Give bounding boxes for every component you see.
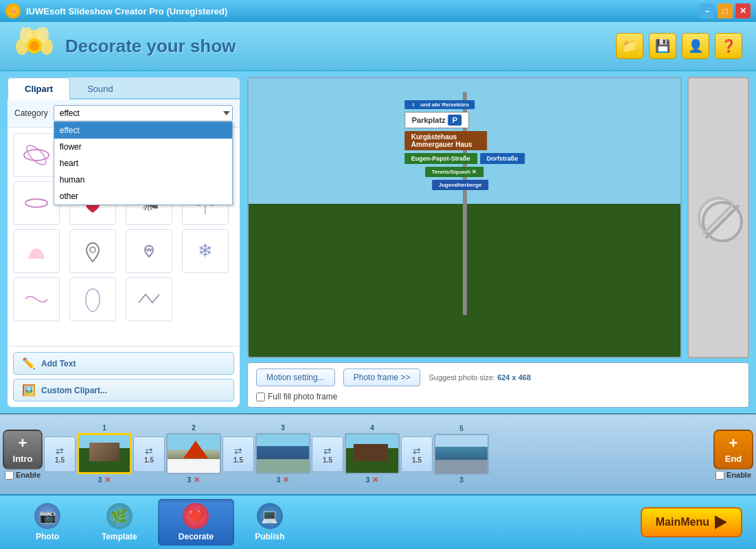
slide-group-3: 3 3 ✕ (255, 424, 310, 484)
clipart-item[interactable] (126, 277, 172, 321)
custom-clipart-button[interactable]: 🖼️ Custom Clipart... (13, 379, 234, 401)
category-dropdown[interactable]: effect flower heart human other (54, 105, 233, 121)
slide-thumb-3[interactable] (255, 433, 310, 474)
slide-group-2: 2 3 ✕ (166, 424, 221, 484)
dropdown-item-flower[interactable]: flower (54, 139, 232, 155)
end-block: + End Enable (713, 430, 753, 480)
preview-scene: i und abr Reisebüro Parkplatz P Kurgäste… (249, 78, 680, 357)
slide-number: 2 (192, 424, 196, 432)
add-text-button[interactable]: ✏️ Add Text (13, 352, 234, 375)
restore-button[interactable]: □ (718, 3, 733, 19)
controls-row2: Full fill photo frame (256, 392, 740, 401)
plus-icon: + (19, 434, 27, 452)
slide-group-t3: ⇄ 1.5 (222, 436, 254, 472)
tab-clipart[interactable]: Clipart (8, 78, 70, 100)
nav-label-template: Template (102, 532, 137, 541)
minimize-button[interactable]: – (700, 3, 715, 19)
street-sign-4: Eugen-Papst-Straße (404, 153, 477, 164)
motion-setting-button[interactable]: Motion setting... (256, 369, 335, 386)
pencil-icon: ✏️ (22, 357, 36, 370)
slide-thumb-5[interactable] (434, 434, 489, 475)
plus-icon: + (729, 434, 738, 452)
clipart-item[interactable] (13, 277, 60, 321)
street-sign-1: i und abr Reisebüro (404, 100, 474, 109)
app-icon: 🌼 (5, 3, 21, 19)
transition-block[interactable]: ⇄ 1.5 (222, 436, 254, 472)
main-menu-button[interactable]: MainMenu (641, 507, 742, 537)
transition-duration: 1.5 (144, 456, 154, 464)
delete-slide-button[interactable]: ✕ (194, 476, 200, 484)
signs-group: i und abr Reisebüro Parkplatz P Kurgäste… (404, 100, 525, 190)
clipart-item[interactable] (13, 229, 60, 273)
dropdown-item-effect[interactable]: effect (54, 122, 232, 139)
intro-enable-checkbox[interactable] (5, 471, 14, 480)
dropdown-item-heart[interactable]: heart (54, 155, 232, 172)
svg-point-8 (24, 145, 49, 165)
close-button[interactable]: ✕ (735, 3, 751, 19)
dropdown-item-other[interactable]: other (54, 188, 232, 205)
transition-block[interactable]: ⇄ 1.5 (133, 436, 165, 472)
nav-item-publish[interactable]: 💻 Publish (234, 499, 305, 546)
nav-item-decorate[interactable]: ❤️ Decorate (158, 499, 234, 546)
slide-thumb-2[interactable] (166, 433, 221, 474)
play-icon (715, 515, 727, 529)
sign-row2: Tennis/Squash ✕ (425, 167, 484, 177)
slide-group-t2: ⇄ 1.5 (133, 436, 165, 472)
slide-bottom-1: 3 ✕ (98, 476, 111, 484)
slide-number: 5 (459, 425, 463, 432)
fill-photo-label: Full fill photo frame (268, 392, 337, 401)
slide-group-4: 4 3 ✕ (345, 424, 400, 484)
slide-bottom-3: 3 ✕ (277, 476, 290, 484)
preview-main: i und abr Reisebüro Parkplatz P Kurgäste… (247, 77, 749, 358)
fill-photo-checkbox[interactable] (256, 393, 265, 401)
image-icon: 🖼️ (22, 384, 36, 397)
intro-label: Intro (13, 454, 33, 464)
end-enable-checkbox[interactable] (715, 471, 724, 480)
tab-sound[interactable]: Sound (70, 78, 130, 100)
controls-row1: Motion setting... Photo frame >> Suggest… (256, 369, 740, 386)
clipart-item[interactable] (69, 277, 116, 321)
clipart-item[interactable] (69, 229, 116, 273)
slide-number: 4 (370, 424, 374, 432)
transition-duration: 1.5 (323, 456, 332, 464)
slide-bottom-2: 3 ✕ (187, 476, 201, 484)
slide-thumb-4[interactable] (345, 433, 400, 474)
transition-block[interactable]: ⇄ 1.5 (312, 436, 343, 472)
nav-item-template[interactable]: 🌿 Template (81, 499, 158, 546)
clipart-item[interactable] (126, 229, 172, 273)
slide-thumb-1[interactable] (77, 433, 132, 474)
svg-text:❄: ❄ (198, 240, 213, 261)
clipart-item[interactable]: ❄ (182, 229, 229, 273)
category-row: Category effect flower heart human other… (8, 100, 240, 128)
account-button[interactable]: 👤 (682, 33, 709, 59)
street-sign-7: Jugendherberge (432, 180, 489, 190)
photo-frame-button[interactable]: Photo frame >> (343, 369, 421, 386)
slide-group-1: 1 3 ✕ (77, 424, 132, 484)
help-button[interactable]: ❓ (715, 33, 742, 59)
transition-block[interactable]: ⇄ 1.5 (44, 436, 76, 472)
slide-duration: 3 (98, 476, 102, 484)
intro-button[interactable]: + Intro (3, 430, 43, 469)
delete-slide-button[interactable]: ✕ (283, 476, 289, 484)
titlebar: 🌼 IUWEsoft Slideshow Creator Pro (Unregi… (0, 0, 756, 22)
save-button[interactable]: 💾 (649, 33, 676, 59)
nav-item-photo[interactable]: 📷 Photo (14, 499, 81, 546)
svg-point-6 (30, 41, 39, 51)
dropdown-item-human[interactable]: human (54, 172, 232, 188)
category-label: Category (14, 108, 48, 118)
timeline-scroll-area: ⇄ 1.5 1 3 ✕ (44, 414, 712, 494)
slide-group-t4: ⇄ 1.5 (312, 436, 343, 472)
end-button[interactable]: + End (713, 430, 753, 469)
street-sign-3: KurgästehausAmmergauer Haus (404, 131, 487, 150)
transition-duration: 1.5 (233, 456, 243, 464)
slide-group-5: 5 3 (434, 425, 489, 484)
photo-nav-icon: 📷 (34, 503, 60, 529)
delete-slide-button[interactable]: ✕ (372, 476, 378, 484)
slide-bottom-4: 3 ✕ (366, 476, 379, 484)
open-folder-button[interactable]: 📁 (616, 33, 643, 59)
fill-photo-frame-wrap: Full fill photo frame (256, 392, 337, 401)
transition-block[interactable]: ⇄ 1.5 (401, 436, 433, 472)
transition-arrows-icon: ⇄ (56, 445, 64, 456)
intro-enable-label: Enable (16, 471, 41, 479)
delete-slide-button[interactable]: ✕ (104, 476, 111, 484)
